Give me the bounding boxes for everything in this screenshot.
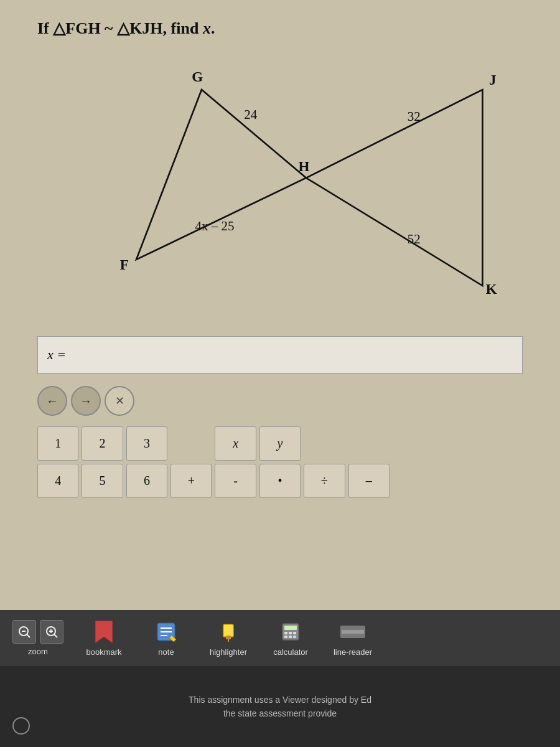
calculator-icon xyxy=(278,619,303,644)
highlighter-label: highlighter xyxy=(210,647,247,657)
key-empty-4 xyxy=(393,426,434,461)
svg-rect-36 xyxy=(342,630,364,634)
footer-text: This assignment uses a Viewer designed b… xyxy=(19,693,541,721)
line-reader-tool[interactable]: line-reader xyxy=(331,619,375,657)
key-y[interactable]: y xyxy=(259,426,301,461)
note-icon xyxy=(154,619,179,644)
zoom-out-button[interactable] xyxy=(12,620,36,644)
key-5[interactable]: 5 xyxy=(82,464,123,498)
svg-rect-25 xyxy=(226,636,231,639)
footer: This assignment uses a Viewer designed b… xyxy=(0,666,560,747)
diagram-container: G F H J K 24 32 4x – 25 52 xyxy=(37,50,523,312)
highlighter-tool[interactable]: highlighter xyxy=(207,619,250,657)
zoom-buttons xyxy=(12,620,63,644)
line-reader-icon xyxy=(340,619,365,644)
key-2[interactable]: 2 xyxy=(82,426,123,461)
key-x[interactable]: x xyxy=(215,426,256,461)
svg-rect-33 xyxy=(289,636,292,638)
note-tool[interactable]: note xyxy=(144,619,188,657)
svg-text:32: 32 xyxy=(408,109,421,124)
svg-text:K: K xyxy=(486,281,497,297)
key-empty-6 xyxy=(482,426,523,461)
key-empty-9 xyxy=(482,464,523,498)
delete-button[interactable]: ✕ xyxy=(105,386,134,416)
zoom-out-icon xyxy=(17,625,31,639)
highlighter-icon xyxy=(216,619,241,644)
key-1[interactable]: 1 xyxy=(37,426,78,461)
calculator-tool[interactable]: calculator xyxy=(269,619,312,657)
calculator-label: calculator xyxy=(273,647,308,657)
svg-rect-30 xyxy=(289,632,292,634)
zoom-in-icon xyxy=(45,625,58,639)
svg-text:J: J xyxy=(489,72,497,88)
nav-buttons: ← → ✕ xyxy=(37,386,134,416)
svg-rect-28 xyxy=(284,626,297,630)
bottom-circle xyxy=(12,717,30,735)
line-reader-label: line-reader xyxy=(334,647,372,657)
svg-line-12 xyxy=(27,634,30,637)
key-empty-1 xyxy=(170,426,212,461)
zoom-label: zoom xyxy=(28,647,48,656)
key-divide[interactable]: ÷ xyxy=(304,464,345,498)
problem-title: If △FGH ~ △KJH, find x. xyxy=(37,19,523,38)
note-label: note xyxy=(158,647,174,657)
key-dot[interactable]: • xyxy=(259,464,301,498)
svg-text:F: F xyxy=(120,256,129,273)
svg-marker-1 xyxy=(306,90,483,286)
svg-text:24: 24 xyxy=(244,107,258,122)
footer-line2: the state assessment provide xyxy=(223,708,337,718)
svg-rect-29 xyxy=(284,632,287,634)
back-button[interactable]: ← xyxy=(37,386,67,416)
key-6[interactable]: 6 xyxy=(126,464,167,498)
answer-prefix: x = xyxy=(47,347,66,363)
svg-rect-32 xyxy=(284,636,287,638)
svg-rect-31 xyxy=(293,632,296,634)
svg-text:52: 52 xyxy=(408,232,421,247)
footer-line1: This assignment uses a Viewer designed b… xyxy=(189,695,371,705)
svg-line-15 xyxy=(54,634,57,637)
svg-text:4x – 25: 4x – 25 xyxy=(195,218,235,233)
key-4[interactable]: 4 xyxy=(37,464,78,498)
diagram-svg: G F H J K 24 32 4x – 25 52 xyxy=(37,50,523,312)
key-empty-3 xyxy=(348,426,390,461)
key-empty-8 xyxy=(437,464,478,498)
svg-marker-0 xyxy=(136,90,306,260)
bookmark-label: bookmark xyxy=(86,647,121,657)
svg-text:H: H xyxy=(298,158,309,174)
toolbar: zoom bookmark note xyxy=(0,610,560,666)
zoom-tool[interactable]: zoom xyxy=(12,620,63,656)
key-plus[interactable]: + xyxy=(170,464,212,498)
svg-marker-18 xyxy=(95,621,113,643)
key-dash[interactable]: – xyxy=(348,464,390,498)
bookmark-icon xyxy=(91,619,116,644)
main-content: If △FGH ~ △KJH, find x. G F H J K 24 32 … xyxy=(0,0,560,747)
bookmark-tool[interactable]: bookmark xyxy=(82,619,126,657)
svg-text:G: G xyxy=(192,68,203,85)
svg-rect-34 xyxy=(293,636,296,638)
key-minus[interactable]: - xyxy=(215,464,256,498)
key-empty-7 xyxy=(393,464,434,498)
forward-button[interactable]: → xyxy=(71,386,101,416)
zoom-in-button[interactable] xyxy=(40,620,63,644)
svg-rect-24 xyxy=(223,624,233,637)
key-empty-2 xyxy=(304,426,345,461)
key-empty-5 xyxy=(437,426,478,461)
key-3[interactable]: 3 xyxy=(126,426,167,461)
answer-area[interactable]: x = xyxy=(37,336,523,374)
keypad: 1 2 3 x y 4 5 6 + - • ÷ – xyxy=(37,426,523,498)
problem-area: If △FGH ~ △KJH, find x. G F H J K 24 32 … xyxy=(0,0,560,386)
